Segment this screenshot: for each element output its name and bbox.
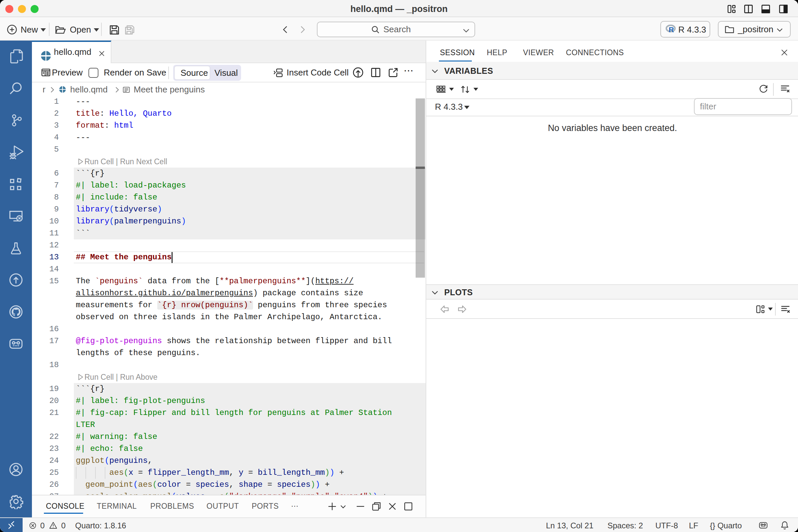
svg-text:R: R	[669, 25, 674, 33]
